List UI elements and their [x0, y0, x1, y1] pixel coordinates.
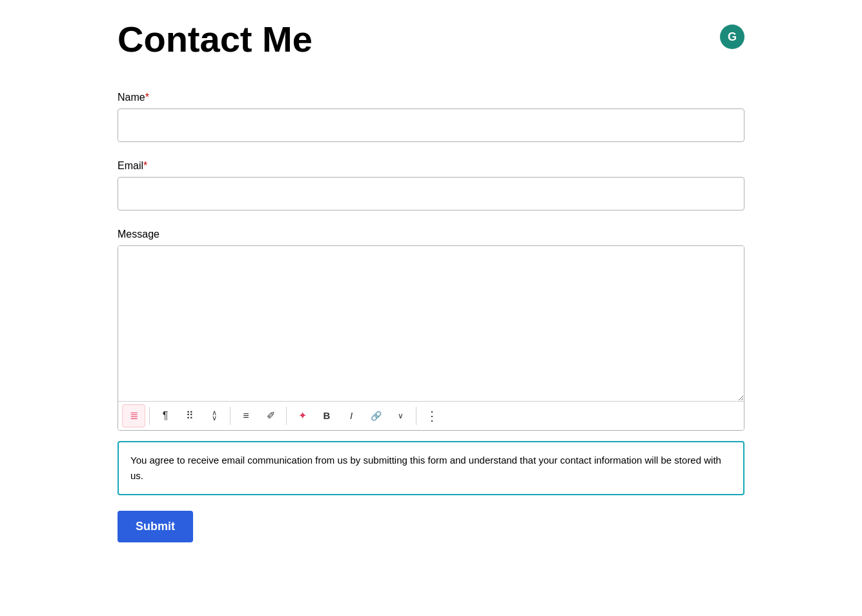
ai-sparkle-button[interactable]: ✦ [291, 404, 314, 427]
align-icon: ≡ [243, 410, 249, 422]
grammarly-icon[interactable]: G [720, 25, 744, 49]
name-field-group: Name* [118, 92, 744, 142]
name-input[interactable] [118, 108, 744, 142]
paragraph-button[interactable]: ¶ [154, 404, 177, 427]
chevron-down-button[interactable]: ∨ [389, 404, 412, 427]
email-input[interactable] [118, 177, 744, 210]
name-required-star: * [145, 92, 149, 103]
link-icon: 🔗 [371, 411, 382, 421]
more-menu-icon: ⋮ [426, 408, 438, 424]
consent-text: You agree to receive email communication… [130, 453, 732, 484]
toolbar-divider-3 [286, 407, 287, 425]
message-editor-wrapper: ≣ ¶ ⠿ ∧∨ ≡ [118, 245, 744, 431]
bold-icon: B [323, 410, 331, 421]
pen-button[interactable]: ✐ [259, 404, 282, 427]
contact-form: Name* Email* Message ≣ [118, 92, 744, 542]
italic-icon: I [350, 410, 353, 421]
more-menu-button[interactable]: ⋮ [420, 404, 444, 427]
email-field-group: Email* [118, 160, 744, 210]
pen-icon: ✐ [267, 409, 275, 422]
move-button[interactable]: ∧∨ [203, 404, 226, 427]
message-label: Message [118, 229, 744, 240]
block-type-button[interactable]: ≣ [122, 404, 145, 427]
editor-toolbar: ≣ ¶ ⠿ ∧∨ ≡ [118, 401, 744, 430]
chevron-down-icon: ∨ [398, 411, 404, 420]
toolbar-divider-4 [416, 407, 416, 425]
message-textarea[interactable] [118, 246, 744, 401]
sparkle-icon: ✦ [298, 409, 307, 422]
name-label: Name* [118, 92, 744, 103]
consent-box: You agree to receive email communication… [118, 441, 744, 495]
align-button[interactable]: ≡ [234, 404, 258, 427]
link-button[interactable]: 🔗 [364, 404, 387, 427]
page-title: Contact Me [118, 19, 313, 59]
block-type-icon: ≣ [130, 409, 138, 422]
drag-button[interactable]: ⠿ [178, 404, 201, 427]
drag-icon: ⠿ [186, 409, 194, 422]
email-required-star: * [143, 160, 147, 171]
toolbar-divider-1 [149, 407, 150, 425]
message-field-group: Message ≣ ¶ ⠿ [118, 229, 744, 431]
page-container: Contact Me G Name* Email* Message [0, 13, 862, 568]
move-ud-icon: ∧∨ [212, 411, 217, 420]
paragraph-icon: ¶ [163, 410, 169, 422]
bold-button[interactable]: B [315, 404, 338, 427]
toolbar-divider-2 [230, 407, 231, 425]
submit-button[interactable]: Submit [118, 511, 193, 542]
italic-button[interactable]: I [340, 404, 363, 427]
header-row: Contact Me G [118, 19, 744, 59]
email-label: Email* [118, 160, 744, 172]
